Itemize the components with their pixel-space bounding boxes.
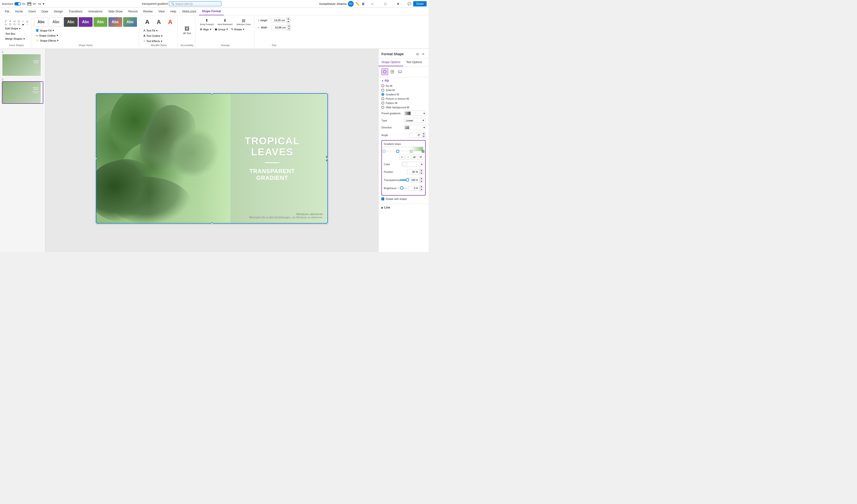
shape-triangle[interactable]: △ <box>26 20 29 22</box>
tab-view[interactable]: View <box>155 7 167 15</box>
rotate-btn[interactable]: ↻ Rotate ▾ <box>230 27 246 32</box>
merge-shapes-btn[interactable]: Merge Shapes ▾ <box>4 37 29 41</box>
slide-2-thumb[interactable]: TROPICALLEAVES TRANSPARENTGRADIENT <box>2 81 43 104</box>
send-backward-btn[interactable]: ⬇ Send Backward <box>216 17 234 27</box>
shape-circle[interactable]: ○ <box>21 20 25 22</box>
user-avatar[interactable]: GJ <box>348 1 354 7</box>
shape-hex[interactable]: ⬡ <box>13 23 16 26</box>
tab-record[interactable]: Record <box>125 7 140 15</box>
wordart-style-2[interactable]: A <box>153 17 164 27</box>
text-effects-btn[interactable]: A Text Effects ▾ <box>142 39 164 44</box>
align-btn[interactable]: ⊞ Align ▾ <box>199 27 213 32</box>
solid-fill-option[interactable]: Solid fill <box>381 89 426 91</box>
tab-review[interactable]: Review <box>140 7 155 15</box>
brightness-down[interactable]: ▼ <box>420 188 423 191</box>
effects-icon-btn[interactable] <box>389 68 396 75</box>
autosave-toggle[interactable]: AutoSave On <box>2 2 26 5</box>
brightness-spin[interactable]: ▲ ▼ <box>419 185 423 191</box>
monitor-icon[interactable]: 🖥 <box>362 2 365 6</box>
slide-1-thumb[interactable]: TROPICALLEAVES <box>2 54 43 76</box>
shape-style-4[interactable]: Abc <box>79 17 93 27</box>
gradient-stop-35[interactable] <box>396 150 399 153</box>
gradient-stop-100[interactable] <box>422 150 424 153</box>
reverse-stops-btn[interactable]: ⇄ <box>412 154 417 160</box>
format-panel-popout[interactable]: ⧉ <box>415 52 420 56</box>
preset-gradients-select[interactable]: ▾ <box>404 111 426 116</box>
position-up[interactable]: ▲ <box>420 169 423 172</box>
undo-icon[interactable]: ↩ <box>33 2 36 6</box>
slide-bg-fill-option[interactable]: Slide background fill <box>381 106 426 109</box>
shape-outline-btn[interactable]: ▭ Shape Outline ▾ <box>34 33 60 38</box>
format-panel-close[interactable]: ✕ <box>421 52 426 56</box>
brightness-thumb[interactable] <box>400 186 403 190</box>
search-bar[interactable]: 🔍 Search (Alt+Q) <box>169 1 221 6</box>
add-stop-btn[interactable]: + <box>399 154 405 160</box>
tab-shapeformat[interactable]: Shape Format <box>199 7 224 15</box>
reset-stops-btn[interactable]: ↺ <box>418 154 423 160</box>
gradient-stop-0[interactable] <box>383 150 385 153</box>
tab-insert[interactable]: Insert <box>26 7 38 15</box>
fill-line-icon-btn[interactable] <box>381 68 388 75</box>
shape-rrect[interactable]: ▢ <box>17 20 20 22</box>
transparency-track[interactable] <box>400 180 407 181</box>
shape-star[interactable]: ✩ <box>17 23 20 26</box>
tab-text-options[interactable]: Text Options <box>403 58 425 66</box>
picture-fill-option[interactable]: Picture or texture fill <box>381 97 426 100</box>
shape-rect[interactable]: ▭ <box>13 20 16 22</box>
gradient-stop-70[interactable] <box>410 150 413 153</box>
position-spin[interactable]: ▲ ▼ <box>419 169 423 175</box>
selection-pane-btn[interactable]: ▤ Selection Pane <box>235 17 252 27</box>
fill-section-header[interactable]: ▼ Fill <box>381 79 426 83</box>
transparency-spin[interactable]: ▲ ▼ <box>419 177 423 183</box>
shape-diamond[interactable]: ◇ <box>4 23 7 26</box>
tab-animations[interactable]: Animations <box>85 7 105 15</box>
tab-help[interactable]: Help <box>167 7 179 15</box>
height-up[interactable]: ▲ <box>287 17 290 20</box>
color-select[interactable]: ▾ <box>402 162 423 167</box>
tab-home[interactable]: Home <box>12 7 26 15</box>
gradient-fill-option[interactable]: Gradient fill <box>381 93 426 96</box>
tab-slideshow[interactable]: Slide Show <box>105 7 125 15</box>
pattern-fill-option[interactable]: Pattern fill <box>381 102 426 104</box>
transparency-thumb[interactable] <box>406 178 409 182</box>
tab-transitions[interactable]: Transitions <box>66 7 85 15</box>
line-section-header[interactable]: ▶ Line <box>379 204 428 211</box>
rotate-with-shape-checkbox[interactable]: ✓ <box>381 198 384 200</box>
angle-spin[interactable]: ▲ ▼ <box>422 132 426 138</box>
width-spin[interactable]: ▲ ▼ <box>287 24 291 31</box>
shape-more[interactable]: ⋯ <box>26 23 29 26</box>
size-pos-icon-btn[interactable] <box>397 68 403 75</box>
maximize-button[interactable]: □ <box>380 0 391 7</box>
scroll-down[interactable]: ▼ <box>325 159 328 162</box>
group-btn[interactable]: ▣ Group ▾ <box>213 27 229 32</box>
edit-shape-btn[interactable]: Edit Shape ▾ <box>4 26 29 31</box>
width-down[interactable]: ▼ <box>287 28 291 30</box>
height-input[interactable] <box>271 18 286 23</box>
wordart-style-3[interactable]: A <box>165 17 175 27</box>
brightness-up[interactable]: ▲ <box>420 185 423 188</box>
minimize-button[interactable]: ─ <box>367 0 378 7</box>
type-select[interactable]: Linear ▾ <box>404 118 426 123</box>
brightness-track[interactable] <box>396 188 407 189</box>
handle-bm[interactable] <box>211 222 213 223</box>
direction-select[interactable]: ▾ <box>404 125 426 130</box>
customize-icon[interactable]: ▾ <box>43 2 44 5</box>
autosave-switch[interactable] <box>14 2 21 5</box>
tab-design[interactable]: Design <box>51 7 66 15</box>
no-fill-option[interactable]: No fill <box>381 84 426 87</box>
redo-icon[interactable]: ↪ <box>38 2 41 6</box>
shape-effects-btn[interactable]: ✨ Shape Effects ▾ <box>34 38 60 43</box>
width-input[interactable] <box>272 25 287 30</box>
transparency-input[interactable] <box>408 178 419 182</box>
shape-pent[interactable]: ⬠ <box>8 23 12 26</box>
brightness-input[interactable] <box>408 186 419 190</box>
height-down[interactable]: ▼ <box>287 20 290 23</box>
shape-cloud[interactable]: ☁ <box>21 23 25 26</box>
position-input[interactable] <box>407 169 419 174</box>
tab-draw[interactable]: Draw <box>38 7 51 15</box>
shape-style-1[interactable]: Abc <box>34 17 48 27</box>
alt-text-btn[interactable]: 🖼 Alt Text <box>182 25 192 36</box>
edit-icon[interactable]: ✏️ <box>356 2 360 6</box>
shape-arrow[interactable]: ↗ <box>8 20 12 22</box>
height-spin[interactable]: ▲ ▼ <box>286 17 290 23</box>
